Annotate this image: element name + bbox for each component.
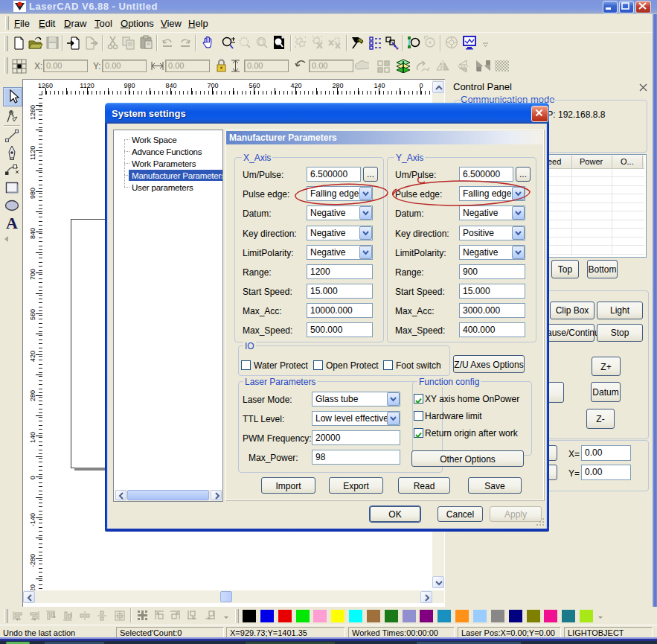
svg-text:A: A bbox=[6, 214, 18, 232]
